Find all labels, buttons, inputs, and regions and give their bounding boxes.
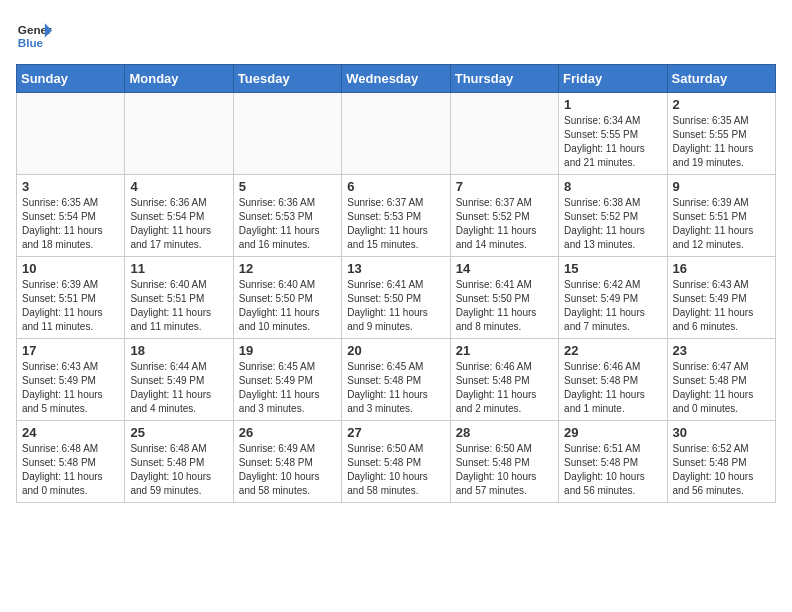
day-number: 20 (347, 343, 444, 358)
weekday-header-friday: Friday (559, 65, 667, 93)
day-info: Sunrise: 6:40 AM Sunset: 5:50 PM Dayligh… (239, 278, 336, 334)
day-number: 1 (564, 97, 661, 112)
day-info: Sunrise: 6:43 AM Sunset: 5:49 PM Dayligh… (673, 278, 770, 334)
day-number: 11 (130, 261, 227, 276)
calendar-cell (17, 93, 125, 175)
calendar-cell: 20Sunrise: 6:45 AM Sunset: 5:48 PM Dayli… (342, 339, 450, 421)
calendar-cell: 12Sunrise: 6:40 AM Sunset: 5:50 PM Dayli… (233, 257, 341, 339)
calendar-cell: 17Sunrise: 6:43 AM Sunset: 5:49 PM Dayli… (17, 339, 125, 421)
day-info: Sunrise: 6:50 AM Sunset: 5:48 PM Dayligh… (456, 442, 553, 498)
calendar-cell: 6Sunrise: 6:37 AM Sunset: 5:53 PM Daylig… (342, 175, 450, 257)
calendar-cell: 11Sunrise: 6:40 AM Sunset: 5:51 PM Dayli… (125, 257, 233, 339)
day-info: Sunrise: 6:36 AM Sunset: 5:54 PM Dayligh… (130, 196, 227, 252)
day-number: 10 (22, 261, 119, 276)
day-number: 15 (564, 261, 661, 276)
day-info: Sunrise: 6:45 AM Sunset: 5:48 PM Dayligh… (347, 360, 444, 416)
logo-icon: General Blue (16, 16, 52, 52)
calendar-cell: 5Sunrise: 6:36 AM Sunset: 5:53 PM Daylig… (233, 175, 341, 257)
calendar-week-5: 24Sunrise: 6:48 AM Sunset: 5:48 PM Dayli… (17, 421, 776, 503)
day-info: Sunrise: 6:35 AM Sunset: 5:54 PM Dayligh… (22, 196, 119, 252)
day-number: 8 (564, 179, 661, 194)
day-number: 12 (239, 261, 336, 276)
calendar-cell: 26Sunrise: 6:49 AM Sunset: 5:48 PM Dayli… (233, 421, 341, 503)
day-info: Sunrise: 6:41 AM Sunset: 5:50 PM Dayligh… (347, 278, 444, 334)
weekday-header-monday: Monday (125, 65, 233, 93)
day-number: 14 (456, 261, 553, 276)
day-info: Sunrise: 6:35 AM Sunset: 5:55 PM Dayligh… (673, 114, 770, 170)
calendar-cell (233, 93, 341, 175)
calendar-cell: 25Sunrise: 6:48 AM Sunset: 5:48 PM Dayli… (125, 421, 233, 503)
calendar-cell: 10Sunrise: 6:39 AM Sunset: 5:51 PM Dayli… (17, 257, 125, 339)
day-info: Sunrise: 6:41 AM Sunset: 5:50 PM Dayligh… (456, 278, 553, 334)
calendar-cell: 1Sunrise: 6:34 AM Sunset: 5:55 PM Daylig… (559, 93, 667, 175)
calendar-cell: 13Sunrise: 6:41 AM Sunset: 5:50 PM Dayli… (342, 257, 450, 339)
calendar-cell: 24Sunrise: 6:48 AM Sunset: 5:48 PM Dayli… (17, 421, 125, 503)
day-number: 26 (239, 425, 336, 440)
calendar-cell (125, 93, 233, 175)
calendar-cell: 27Sunrise: 6:50 AM Sunset: 5:48 PM Dayli… (342, 421, 450, 503)
calendar-cell (450, 93, 558, 175)
calendar-cell: 22Sunrise: 6:46 AM Sunset: 5:48 PM Dayli… (559, 339, 667, 421)
day-number: 9 (673, 179, 770, 194)
calendar-cell: 30Sunrise: 6:52 AM Sunset: 5:48 PM Dayli… (667, 421, 775, 503)
calendar-cell: 3Sunrise: 6:35 AM Sunset: 5:54 PM Daylig… (17, 175, 125, 257)
day-info: Sunrise: 6:38 AM Sunset: 5:52 PM Dayligh… (564, 196, 661, 252)
day-info: Sunrise: 6:49 AM Sunset: 5:48 PM Dayligh… (239, 442, 336, 498)
day-number: 19 (239, 343, 336, 358)
day-info: Sunrise: 6:40 AM Sunset: 5:51 PM Dayligh… (130, 278, 227, 334)
day-info: Sunrise: 6:47 AM Sunset: 5:48 PM Dayligh… (673, 360, 770, 416)
calendar-cell: 18Sunrise: 6:44 AM Sunset: 5:49 PM Dayli… (125, 339, 233, 421)
calendar-cell: 28Sunrise: 6:50 AM Sunset: 5:48 PM Dayli… (450, 421, 558, 503)
calendar-cell: 8Sunrise: 6:38 AM Sunset: 5:52 PM Daylig… (559, 175, 667, 257)
weekday-header-row: SundayMondayTuesdayWednesdayThursdayFrid… (17, 65, 776, 93)
day-info: Sunrise: 6:51 AM Sunset: 5:48 PM Dayligh… (564, 442, 661, 498)
calendar-cell: 19Sunrise: 6:45 AM Sunset: 5:49 PM Dayli… (233, 339, 341, 421)
calendar-cell: 7Sunrise: 6:37 AM Sunset: 5:52 PM Daylig… (450, 175, 558, 257)
day-info: Sunrise: 6:50 AM Sunset: 5:48 PM Dayligh… (347, 442, 444, 498)
day-number: 21 (456, 343, 553, 358)
day-number: 2 (673, 97, 770, 112)
weekday-header-wednesday: Wednesday (342, 65, 450, 93)
header: General Blue (16, 16, 776, 52)
day-number: 17 (22, 343, 119, 358)
day-number: 23 (673, 343, 770, 358)
day-number: 18 (130, 343, 227, 358)
calendar-cell (342, 93, 450, 175)
svg-text:Blue: Blue (18, 36, 44, 49)
calendar-cell: 16Sunrise: 6:43 AM Sunset: 5:49 PM Dayli… (667, 257, 775, 339)
calendar-cell: 14Sunrise: 6:41 AM Sunset: 5:50 PM Dayli… (450, 257, 558, 339)
day-number: 24 (22, 425, 119, 440)
weekday-header-thursday: Thursday (450, 65, 558, 93)
calendar-cell: 15Sunrise: 6:42 AM Sunset: 5:49 PM Dayli… (559, 257, 667, 339)
day-number: 25 (130, 425, 227, 440)
day-info: Sunrise: 6:46 AM Sunset: 5:48 PM Dayligh… (564, 360, 661, 416)
calendar-cell: 9Sunrise: 6:39 AM Sunset: 5:51 PM Daylig… (667, 175, 775, 257)
calendar-week-2: 3Sunrise: 6:35 AM Sunset: 5:54 PM Daylig… (17, 175, 776, 257)
day-number: 13 (347, 261, 444, 276)
day-number: 4 (130, 179, 227, 194)
day-info: Sunrise: 6:46 AM Sunset: 5:48 PM Dayligh… (456, 360, 553, 416)
calendar-cell: 29Sunrise: 6:51 AM Sunset: 5:48 PM Dayli… (559, 421, 667, 503)
day-number: 3 (22, 179, 119, 194)
weekday-header-sunday: Sunday (17, 65, 125, 93)
day-info: Sunrise: 6:48 AM Sunset: 5:48 PM Dayligh… (130, 442, 227, 498)
day-info: Sunrise: 6:39 AM Sunset: 5:51 PM Dayligh… (673, 196, 770, 252)
calendar-week-4: 17Sunrise: 6:43 AM Sunset: 5:49 PM Dayli… (17, 339, 776, 421)
day-number: 28 (456, 425, 553, 440)
calendar-cell: 2Sunrise: 6:35 AM Sunset: 5:55 PM Daylig… (667, 93, 775, 175)
calendar-cell: 21Sunrise: 6:46 AM Sunset: 5:48 PM Dayli… (450, 339, 558, 421)
day-info: Sunrise: 6:39 AM Sunset: 5:51 PM Dayligh… (22, 278, 119, 334)
day-info: Sunrise: 6:37 AM Sunset: 5:53 PM Dayligh… (347, 196, 444, 252)
day-number: 22 (564, 343, 661, 358)
day-number: 16 (673, 261, 770, 276)
day-number: 27 (347, 425, 444, 440)
calendar-table: SundayMondayTuesdayWednesdayThursdayFrid… (16, 64, 776, 503)
day-info: Sunrise: 6:52 AM Sunset: 5:48 PM Dayligh… (673, 442, 770, 498)
day-info: Sunrise: 6:45 AM Sunset: 5:49 PM Dayligh… (239, 360, 336, 416)
calendar-week-3: 10Sunrise: 6:39 AM Sunset: 5:51 PM Dayli… (17, 257, 776, 339)
day-info: Sunrise: 6:34 AM Sunset: 5:55 PM Dayligh… (564, 114, 661, 170)
day-info: Sunrise: 6:42 AM Sunset: 5:49 PM Dayligh… (564, 278, 661, 334)
day-number: 6 (347, 179, 444, 194)
day-number: 29 (564, 425, 661, 440)
logo: General Blue (16, 16, 52, 52)
